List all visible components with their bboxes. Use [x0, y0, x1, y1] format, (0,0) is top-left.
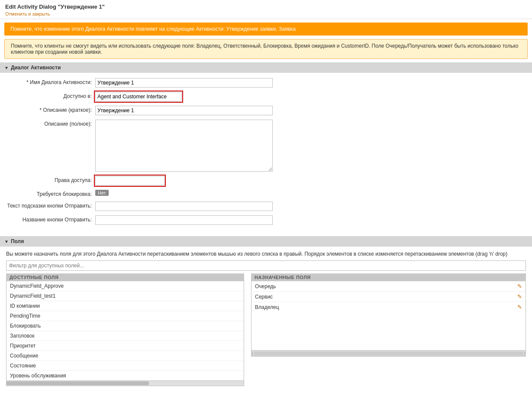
list-item[interactable]: Заголовок [6, 331, 244, 341]
assigned-item-label: Сервис [255, 294, 273, 300]
edit-icon[interactable]: ✎ [517, 293, 522, 300]
page-wrapper: Edit Activity Dialog "Утверждение 1" Отм… [0, 0, 532, 403]
tooltip-input[interactable] [95, 202, 273, 211]
description-short-row: * Описание (краткое): [0, 105, 532, 116]
available-row: Доступно в: [0, 91, 532, 102]
available-fields-scrollbar[interactable] [6, 381, 244, 386]
access-rights-label: Права доступа: [0, 176, 95, 183]
access-rights-row: Права доступа: [0, 175, 532, 186]
cancel-link[interactable]: Отменить и закрыть [5, 11, 50, 16]
list-item[interactable]: Уровень обслуживания [6, 371, 244, 380]
list-item[interactable]: Приоритет [6, 341, 244, 351]
description-full-row: Описание (полное): [0, 119, 532, 172]
available-label: Доступно в: [0, 92, 95, 99]
header-bar: Edit Activity Dialog "Утверждение 1" Отм… [0, 0, 532, 19]
fields-section-header[interactable]: ▼ Поля [0, 236, 532, 247]
name-label: * Имя Диалога Активности: [0, 78, 95, 85]
filter-input[interactable] [6, 260, 526, 271]
list-item[interactable]: Состояние [6, 361, 244, 371]
available-fields-scrollbar-thumb [6, 381, 149, 385]
scroll-right-arrow-icon [524, 351, 525, 356]
activity-dialog-section-body: * Имя Диалога Активности: Доступно в: * … [0, 73, 532, 233]
available-field-list: DynamicField_Approve DynamicField_test1 … [6, 281, 244, 381]
assigned-fields-scrollbar[interactable] [251, 351, 526, 357]
page-title: Edit Activity Dialog "Утверждение 1" [5, 3, 527, 10]
name-input[interactable] [95, 78, 273, 88]
description-full-label: Описание (полное): [0, 120, 95, 127]
collapse-arrow-icon: ▼ [4, 65, 9, 70]
fields-description: Вы можете назначить поля для этого Диало… [6, 251, 526, 257]
activity-dialog-section-title: Диалог Активности [11, 65, 61, 71]
submit-name-label: Название кнопки Отправить: [0, 215, 95, 223]
fields-section-title: Поля [11, 238, 24, 244]
available-fields-panel: ДОСТУПНЫЕ ПОЛЯ DynamicField_Approve Dyna… [6, 273, 244, 386]
list-item[interactable]: DynamicField_test1 [6, 291, 244, 301]
assigned-item-label: Очередь [255, 283, 276, 289]
edit-icon[interactable]: ✎ [517, 283, 522, 289]
tooltip-row: Текст подсказки кнопки Отправить: [0, 201, 532, 212]
list-item[interactable]: Блокировать [6, 321, 244, 331]
fields-section-body: Вы можете назначить поля для этого Диало… [0, 247, 532, 390]
assigned-fields-panel: НАЗНАЧЕННЫЕ ПОЛЯ Очередь ✎ Сервис ✎ Влад… [251, 273, 526, 357]
tooltip-label: Текст подсказки кнопки Отправить: [0, 202, 95, 209]
description-full-textarea[interactable] [95, 120, 273, 172]
description-short-input[interactable] [95, 106, 273, 115]
list-item[interactable]: PendingTime [6, 311, 244, 321]
description-short-label: * Описание (краткое): [0, 106, 95, 113]
assigned-item: Сервис ✎ [251, 292, 526, 302]
list-item[interactable]: Сообщение [6, 351, 244, 361]
assigned-item: Очередь ✎ [251, 281, 526, 292]
list-item[interactable]: DynamicField_Approve [6, 281, 244, 291]
assigned-item: Владелец ✎ [251, 302, 526, 312]
access-rights-input[interactable] [95, 176, 164, 185]
submit-name-input[interactable] [95, 215, 273, 225]
blocking-label: Требуется блокировка: [0, 190, 95, 197]
activity-dialog-section-header[interactable]: ▼ Диалог Активности [0, 62, 532, 73]
edit-icon[interactable]: ✎ [517, 304, 522, 310]
list-item[interactable]: ID компании [6, 301, 244, 311]
available-input[interactable] [95, 92, 182, 101]
warning-orange: Помните, что изменение этого Диалога Акт… [4, 23, 528, 36]
warning-yellow: Помните, что клиенты не смогут видеть ил… [4, 39, 528, 59]
assigned-item-label: Владелец [255, 304, 279, 310]
assigned-fields-header: НАЗНАЧЕННЫЕ ПОЛЯ [251, 273, 526, 281]
available-fields-header: ДОСТУПНЫЕ ПОЛЯ [6, 273, 244, 281]
scroll-left-arrow-icon [252, 351, 253, 356]
name-row: * Имя Диалога Активности: [0, 77, 532, 88]
blocking-value: Нет [95, 190, 109, 196]
fields-collapse-arrow-icon: ▼ [4, 239, 9, 244]
two-col-fields: ДОСТУПНЫЕ ПОЛЯ DynamicField_Approve Dyna… [6, 273, 526, 386]
assigned-field-list: Очередь ✎ Сервис ✎ Владелец ✎ [251, 281, 526, 351]
blocking-row: Требуется блокировка: Нет [0, 189, 532, 198]
assigned-scroll-track [254, 351, 523, 356]
submit-name-row: Название кнопки Отправить: [0, 214, 532, 226]
